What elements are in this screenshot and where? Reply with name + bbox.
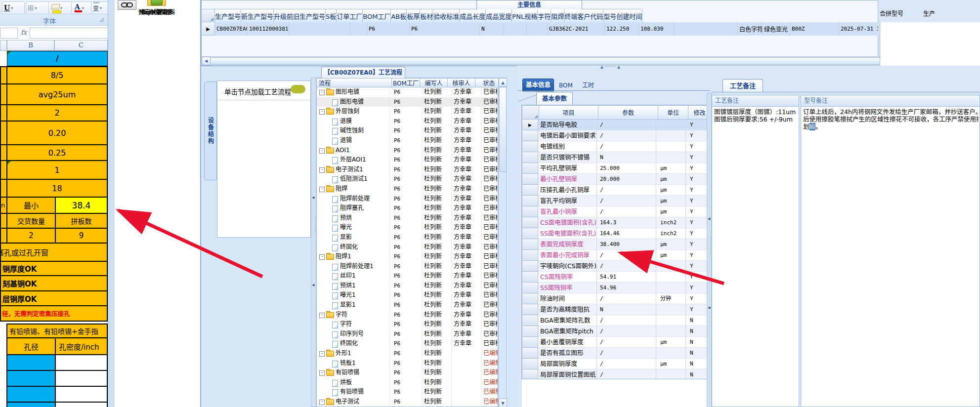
main-grid-column-header[interactable]: 验收标准 xyxy=(433,9,460,22)
main-grid-column-header[interactable]: S板 xyxy=(326,9,337,22)
tab-bom[interactable]: BOM xyxy=(556,81,576,90)
scroll-left-icon[interactable]: ◀ xyxy=(202,57,211,65)
cell-hole-d-3[interactable] xyxy=(6,386,56,403)
params-row[interactable]: 盲孔最小铜厚 / μm Y xyxy=(522,206,708,217)
params-row-selector[interactable] xyxy=(522,250,538,261)
flow-tree-row[interactable]: - 显影 P6 杜列新 方幸章 已审核 xyxy=(317,233,498,243)
flow-tree-row[interactable]: - 图形电镀 P6 杜列新 方幸章 已审核 xyxy=(317,87,498,97)
subtab-basic-params[interactable]: 基本参数 xyxy=(536,92,573,105)
expand-box[interactable]: - xyxy=(319,187,325,192)
main-grid-column-header[interactable]: AB板 xyxy=(391,9,407,22)
param-value-cell[interactable]: / xyxy=(597,141,656,152)
expand-box[interactable]: - xyxy=(319,254,325,260)
process-notes-text[interactable]: 图镀镀层厚度（图镀）:11um 图镀后铜厚要求:56 +/-9um xyxy=(712,107,799,407)
params-row-selector[interactable] xyxy=(522,283,538,293)
params-row[interactable]: ▶ 是否贴导电胶 / Y xyxy=(522,120,708,130)
params-row[interactable]: 表面最小完成铜厚 / μm Y xyxy=(522,250,708,261)
params-row-selector[interactable] xyxy=(522,272,538,283)
flow-tree-column-header[interactable]: 流程 xyxy=(317,78,392,87)
cell-ok2[interactable]: 刻基铜OK xyxy=(0,275,108,291)
params-row[interactable]: 除油时间 / 分钟 Y xyxy=(522,293,708,304)
flow-tree-row[interactable]: - 外层蚀刻 P6 杜列新 方幸章 已审核 xyxy=(317,107,498,117)
flow-tree-column-header[interactable]: BOM工厂 xyxy=(392,78,420,87)
collapse-left-icon[interactable]: ◀ xyxy=(312,196,314,200)
params-row-selector[interactable] xyxy=(522,163,538,174)
params-row[interactable]: BGA密集矩阵孔数 / N xyxy=(522,315,708,326)
horizontal-splitter-handle[interactable]: ▲ ········· ▲ xyxy=(583,65,638,70)
param-value-cell[interactable]: 38.400 xyxy=(597,239,656,250)
main-grid-column-header[interactable]: 升级前旧生产型号 xyxy=(274,9,326,22)
cell-min-label[interactable]: 最小 xyxy=(6,197,56,214)
collapse-left-icon[interactable]: ◀ xyxy=(312,283,314,287)
param-value-cell[interactable]: / xyxy=(597,261,656,272)
cell-avg[interactable]: avg25um xyxy=(6,83,108,105)
main-grid-column-header[interactable]: 型号创建时间 xyxy=(603,9,642,22)
flow-tree-row[interactable]: - 外层AOI1 P6 杜列新 方幸章 已审核 xyxy=(317,155,498,165)
param-value-cell[interactable]: 164.46 xyxy=(597,228,656,239)
params-row-selector[interactable] xyxy=(522,152,538,163)
params-row[interactable]: 最小盖覆铜厚度 / μm N xyxy=(522,337,708,348)
params-row-selector[interactable] xyxy=(522,293,538,304)
param-value-cell[interactable]: / xyxy=(597,326,656,337)
flow-tree-row[interactable]: - 电子测试1 P6 杜列新 方幸章 已审核 xyxy=(317,165,498,175)
flow-tree-row[interactable]: - 烘板 P6 杜列新 已编制 xyxy=(317,378,498,388)
tab-notes[interactable]: 工艺备注 xyxy=(723,79,763,92)
flow-tree-row[interactable]: - 有铅喷锡 P6 杜列新 已编制 xyxy=(317,387,498,397)
main-grid-column-header[interactable]: 订单工厂 xyxy=(337,9,363,22)
cell-density-1[interactable] xyxy=(55,354,108,371)
params-row-selector[interactable] xyxy=(522,130,538,141)
cell-density-4[interactable] xyxy=(55,402,108,407)
params-row[interactable]: 是否有孤立图形 / N xyxy=(522,348,708,359)
scroll-up-icon[interactable]: ▲ xyxy=(499,78,507,87)
flow-tree-row[interactable]: - AOI1 P6 杜列新 方幸章 已审核 xyxy=(317,146,498,156)
params-row[interactable]: 盲孔平均铜厚 / μm Y xyxy=(522,196,708,206)
params-row[interactable]: CS面电镀面积(含孔) 164.3 inch2 Y xyxy=(522,217,708,228)
select-all-cell[interactable]: ◢ xyxy=(201,9,215,22)
font-color-button[interactable]: A ▾ xyxy=(71,1,93,14)
cell-name-box[interactable] xyxy=(0,28,18,39)
tab-basic-info[interactable]: 基本信息 xyxy=(522,79,554,91)
flow-tree-row[interactable]: - 曝光1 P6 杜列新 方幸章 已审核 xyxy=(317,290,498,300)
param-value-cell[interactable]: 54.91 xyxy=(597,272,656,283)
expand-box[interactable]: - xyxy=(319,400,325,405)
params-row-selector[interactable] xyxy=(522,174,538,185)
cell-density-2[interactable] xyxy=(55,370,108,387)
flow-tree-row[interactable]: - 阻焊前处理1 P6 杜列新 方幸章 已审核 xyxy=(317,262,498,272)
cell-025[interactable]: 0.25 xyxy=(6,144,108,161)
params-column-header[interactable]: 单位 xyxy=(658,105,688,120)
flow-tree-column-header[interactable]: 核审人 xyxy=(448,78,475,87)
notes-splitter[interactable]: ◀ ·········· ◀ xyxy=(707,93,712,407)
params-row[interactable]: 局部厚面铜位置图纸 / N xyxy=(522,369,708,379)
params-row[interactable]: SS面电镀面积(含孔) 164.46 inch2 Y xyxy=(522,228,708,239)
params-column-header[interactable]: 参数 xyxy=(598,105,658,120)
params-row-selector[interactable] xyxy=(522,141,538,152)
main-grid-column-header[interactable]: BOM工厂 xyxy=(363,9,391,22)
cell-qty-label[interactable]: 交货数量 xyxy=(6,213,56,229)
main-grid-column-header[interactable]: 字符 xyxy=(538,9,551,22)
cell-density-3[interactable] xyxy=(55,386,108,403)
params-row[interactable]: CS面残铜率 54.91 Y xyxy=(522,272,708,283)
params-row-selector[interactable] xyxy=(522,217,538,228)
params-row-selector[interactable] xyxy=(522,206,538,217)
param-value-cell[interactable]: N xyxy=(597,304,656,315)
flow-tree-row[interactable]: - 显影1 P6 杜列新 方幸章 已审核 xyxy=(317,300,498,310)
expand-box[interactable]: - xyxy=(319,167,325,173)
expand-box[interactable]: - xyxy=(319,370,325,376)
expand-box[interactable]: - xyxy=(319,313,325,318)
column-header-b[interactable]: B xyxy=(7,41,54,51)
cell-hole-d-header[interactable]: 孔径 xyxy=(6,337,56,355)
cell-020[interactable]: 0.20 xyxy=(6,121,108,145)
flow-tree-row[interactable]: - 预烘 P6 杜列新 方幸章 已审核 xyxy=(317,213,498,223)
underline-button[interactable]: U ▾ xyxy=(2,1,25,14)
params-row-selector[interactable] xyxy=(522,337,538,348)
cell-ok1[interactable]: 铜厚度OK xyxy=(0,261,108,276)
flow-tree-row[interactable]: - 曝光 P6 杜列新 方幸章 已审核 xyxy=(317,223,498,233)
params-row[interactable]: SS面残铜率 54.96 Y xyxy=(522,283,708,293)
param-value-cell[interactable]: / xyxy=(597,315,656,326)
flow-tree-row[interactable]: - 铣板1 P6 杜列新 已编制 xyxy=(317,359,498,368)
param-value-cell[interactable]: / xyxy=(597,348,656,359)
flow-tree-row[interactable]: - 预烘1 P6 杜列新 方幸章 已审核 xyxy=(317,281,498,291)
main-grid-hscrollbar[interactable]: ◀ ▶ xyxy=(201,56,899,65)
flow-tree-row[interactable]: - 阻焊前处理 P6 杜列新 方幸章 已审核 xyxy=(317,194,498,204)
cell-panel-label[interactable]: 拼板数 xyxy=(55,213,108,229)
